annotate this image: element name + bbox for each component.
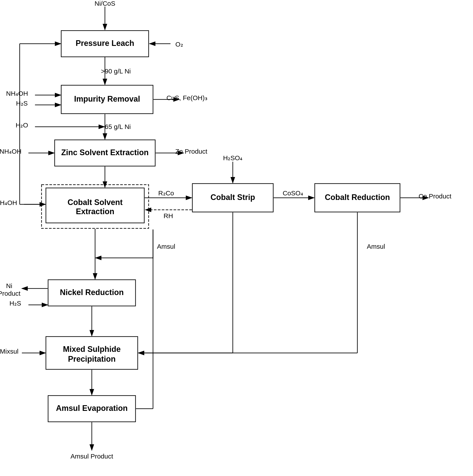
nickel-reduction-label: Nickel Reduction [60,288,124,297]
cus-label: CuS, Fe(OH)₃ [166,94,207,102]
coso4-label: CoSO₄ [283,189,303,197]
mixsul-label: Mixsul [0,348,18,355]
co-product-label: Co Product [419,192,452,200]
mixed-sulphide-label-2: Precipitation [68,355,116,363]
r2co-label: R₂Co [158,189,174,197]
amsul-2-label: Amsul [367,243,385,250]
pressure-leach-label: Pressure Leach [76,39,134,48]
ni-product-label-1: Ni [6,282,12,289]
h2so4-label: H₂SO₄ [223,154,242,162]
above-90-label: >90 g/L Ni [101,68,131,75]
nh4oh-2-label: NH₄OH [0,148,21,155]
mixed-sulphide-label-1: Mixed Sulphide [63,345,121,354]
h2o-label: H₂O [16,121,28,129]
cobalt-se-label-1: Cobalt Solvent [68,198,123,207]
nh4oh-3-label: NH₄OH [0,199,17,206]
approx-65-label: ~65 g/L Ni [101,123,131,130]
zn-product-label: Zn Product [175,148,207,155]
ni-product-label-2: Product [0,290,20,297]
h2s-2-label: H₂S [9,300,21,307]
cobalt-reduction-label: Cobalt Reduction [325,193,390,202]
amsul-product-label: Amsul Product [70,453,113,460]
ni-cos-label: Ni/CoS [94,0,115,7]
process-flow-diagram: Pressure Leach Impurity Removal Zinc Sol… [0,0,473,476]
impurity-removal-label: Impurity Removal [74,94,140,103]
nh4oh-1-label: NH₄OH [6,90,28,97]
amsul-1-label: Amsul [157,243,175,250]
cobalt-se-label-2: Extraction [76,207,114,216]
h2s-1-label: H₂S [16,100,28,107]
o2-label: O₂ [175,41,183,48]
rh-label: RH [164,212,173,220]
zinc-solvent-extraction-label: Zinc Solvent Extraction [61,148,149,157]
cobalt-strip-label: Cobalt Strip [210,193,255,202]
amsul-evaporation-label: Amsul Evaporation [56,404,128,413]
